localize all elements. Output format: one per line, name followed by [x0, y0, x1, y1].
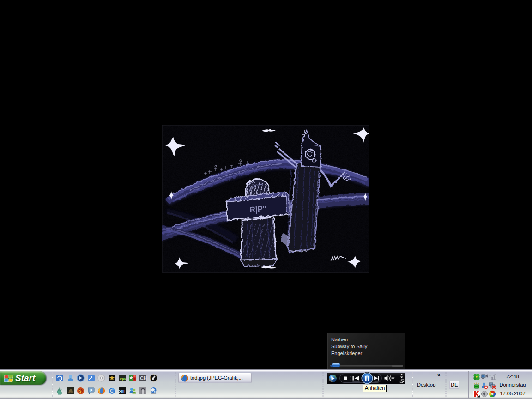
svg-text:P: P — [90, 388, 93, 393]
svg-text:R|P": R|P" — [249, 204, 267, 214]
svg-text:CH: CH — [140, 376, 147, 381]
svg-text:XIII: XIII — [119, 389, 125, 393]
svg-text:$: $ — [79, 389, 82, 393]
svg-text:ops: ops — [120, 376, 126, 381]
